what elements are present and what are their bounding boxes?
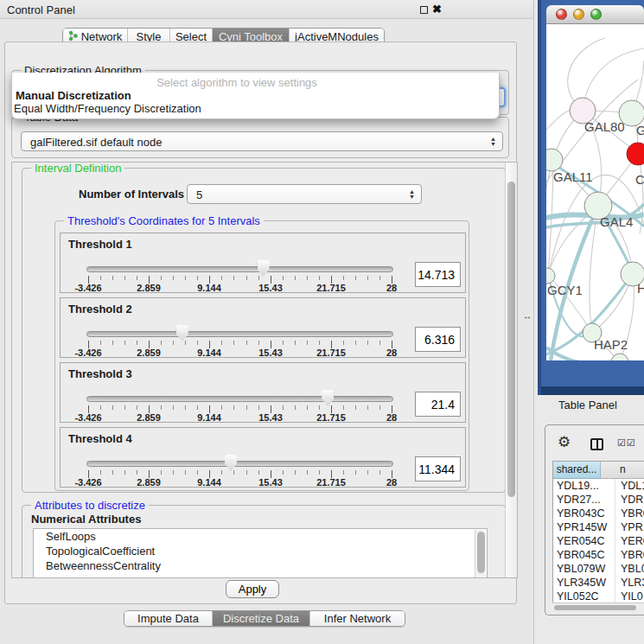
table-row[interactable]: YER054CYER0 <box>553 534 644 548</box>
threshold-row-1: Threshold 1 -3.426 2.859 9.144 15.43 21.… <box>60 233 466 293</box>
network-canvas[interactable]: GAL80 G. C GAL11 GAL4 GCY1 H HAP2 <box>546 24 644 360</box>
tab-label: Discretize Data <box>223 612 299 625</box>
slider-track[interactable] <box>86 266 393 272</box>
float-window-icon[interactable] <box>420 6 428 14</box>
slider-track[interactable] <box>86 331 393 337</box>
tick-label: 15.43 <box>258 348 283 358</box>
num-intervals-label: Number of Intervals <box>79 188 184 201</box>
slider-major-ticks <box>88 470 392 478</box>
table-row[interactable]: YDR27...YDR2 <box>553 493 644 507</box>
table-row[interactable]: YPR145WYPR1 <box>553 520 644 534</box>
node-label: GCY1 <box>547 283 583 297</box>
tick-label: 9.144 <box>197 348 221 358</box>
threshold-label: Threshold 1 <box>68 238 132 251</box>
tab-discretize-data[interactable]: Discretize Data <box>213 611 310 626</box>
network-window-titlebar[interactable] <box>546 5 644 24</box>
tick-label: -3.426 <box>74 348 101 358</box>
tick-label: -3.426 <box>74 283 101 293</box>
node-selected-red[interactable] <box>627 143 644 165</box>
window-title: Control Panel <box>7 3 75 16</box>
table-horizontal-scrollbar[interactable] <box>552 603 644 610</box>
table-panel-title: Table Panel <box>558 399 617 411</box>
stepper-arrows-icon: ▲▼ <box>409 189 415 200</box>
threshold-value-field[interactable] <box>415 392 461 417</box>
columns-icon[interactable] <box>590 438 603 450</box>
control-panel-titlebar: Control Panel ✖ <box>0 0 533 19</box>
dropdown-item-equal-width[interactable]: Equal Width/Frequency Discretization <box>14 102 201 115</box>
table-row[interactable]: YBR045CYBR0 <box>553 548 644 562</box>
scrollbar-thumb[interactable] <box>554 605 636 610</box>
table-row[interactable]: YDL19...YDL1 <box>553 479 644 493</box>
threshold-value-field[interactable] <box>415 327 461 352</box>
node-label: H <box>637 281 644 296</box>
tick-label: 2.859 <box>137 283 161 293</box>
num-intervals-select[interactable]: 5 ▲▼ <box>187 184 422 204</box>
table-data-select[interactable]: galFiltered.sif default node ▲▼ <box>21 131 503 151</box>
slider-track[interactable] <box>86 396 393 402</box>
slider-thumb[interactable] <box>258 260 270 277</box>
gear-icon[interactable]: ⚙ <box>558 435 571 450</box>
cell: YER054C <box>553 534 615 548</box>
cell: YBR045C <box>553 548 615 562</box>
table-row[interactable]: YBL079WYBL0 <box>553 562 644 576</box>
threshold-label: Threshold 3 <box>68 367 132 380</box>
table-header-row: shared... n <box>553 462 644 479</box>
threshold-label: Threshold 2 <box>68 303 132 316</box>
node-label: C <box>635 172 644 187</box>
close-traffic-light-icon[interactable] <box>556 9 567 20</box>
column-header-shared[interactable]: shared... <box>553 462 601 479</box>
tab-label: Infer Network <box>324 612 391 625</box>
table-data-group: Table Data galFiltered.sif default node … <box>11 117 509 158</box>
apply-button[interactable]: Apply <box>226 580 279 598</box>
list-item[interactable]: SelfLoops <box>34 529 487 544</box>
group-title: Threshold's Coordinates for 5 Intervals <box>64 214 264 227</box>
zoom-traffic-light-icon[interactable] <box>590 9 602 20</box>
slider-track[interactable] <box>86 461 393 467</box>
tick-label: 21.715 <box>316 412 346 423</box>
threshold-coordinates-group: Threshold's Coordinates for 5 Intervals … <box>54 220 469 491</box>
column-header-name[interactable]: n <box>601 462 644 479</box>
slider-thumb[interactable] <box>225 455 237 471</box>
bottom-tab-bar: Impute Data Discretize Data Infer Networ… <box>124 610 405 627</box>
node-label: GAL80 <box>584 119 625 134</box>
scrollbar-thumb[interactable] <box>507 182 515 497</box>
list-item[interactable]: TopologicalCoefficient <box>34 544 487 558</box>
control-panel-window: Control Panel ✖ Network Style Select Cyn… <box>0 0 534 644</box>
cell: YBR043C <box>553 507 615 520</box>
cell: YBR0 <box>615 507 644 520</box>
tab-label: Impute Data <box>137 612 199 625</box>
settings-scrollbar[interactable] <box>505 163 517 577</box>
slider-major-ticks <box>88 405 392 413</box>
node-label: GAL4 <box>600 214 633 229</box>
network-view-window: GAL80 G. C GAL11 GAL4 GCY1 H HAP2 <box>538 0 644 395</box>
network-graph: GAL80 G. C GAL11 GAL4 GCY1 H HAP2 <box>546 24 644 360</box>
close-icon[interactable]: ✖ <box>432 3 442 16</box>
threshold-row-4: Threshold 4 -3.426 2.859 9.144 15.43 21.… <box>60 427 466 488</box>
slider-thumb[interactable] <box>322 390 334 406</box>
mouse-cursor: ↔ <box>523 311 532 321</box>
slider-thumb[interactable] <box>176 325 188 341</box>
tick-label: 9.144 <box>197 477 221 488</box>
cell: YPR145W <box>553 520 615 534</box>
table-row[interactable]: YIL052CYIL0 <box>553 590 644 603</box>
tab-impute-data[interactable]: Impute Data <box>124 611 213 626</box>
table-row[interactable]: YBR043CYBR0 <box>553 507 644 520</box>
tab-infer-network[interactable]: Infer Network <box>310 611 405 626</box>
node-bottom[interactable] <box>611 354 628 360</box>
threshold-value-field[interactable] <box>415 456 461 481</box>
selected-table: galFiltered.sif default node <box>30 135 162 148</box>
dropdown-hint: Select algorithm to view settings <box>38 76 436 89</box>
checkboxes-icon[interactable]: ☑☑ <box>617 437 636 449</box>
threshold-value-field[interactable] <box>415 262 461 287</box>
tick-label: 28 <box>386 477 397 488</box>
tick-label: 28 <box>386 283 397 293</box>
list-item[interactable]: BetweennessCentrality <box>34 558 487 573</box>
tick-label: 2.859 <box>137 348 161 358</box>
cell: YBL0 <box>615 562 644 576</box>
node-label: G. <box>636 123 644 137</box>
minimize-traffic-light-icon[interactable] <box>573 9 584 20</box>
cell: YIL0 <box>615 590 644 603</box>
table-row[interactable]: YLR345WYLR3 <box>553 576 644 590</box>
dropdown-item-manual[interactable]: Manual Discretization <box>16 89 131 102</box>
list-scrollbar[interactable] <box>475 530 486 578</box>
